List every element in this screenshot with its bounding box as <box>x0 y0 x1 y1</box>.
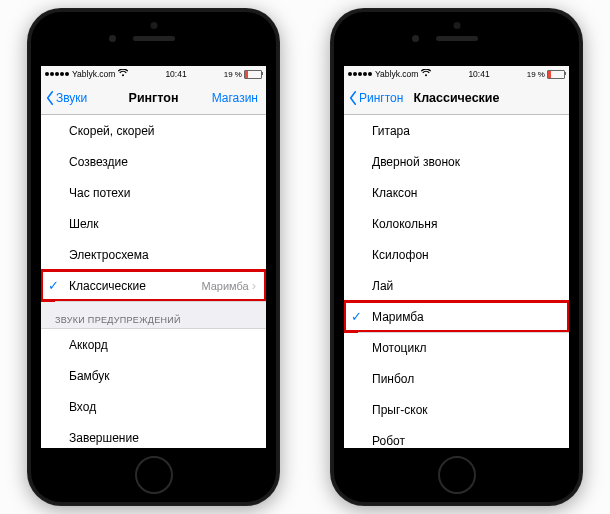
list-item[interactable]: Робот <box>344 425 569 448</box>
list-item-label: Аккорд <box>69 338 108 352</box>
checkmark-icon: ✓ <box>48 278 59 293</box>
list-item-label: Робот <box>372 434 405 448</box>
list-item-label: Колокольня <box>372 217 437 231</box>
screen-right: Yablyk.com 10:41 19 % Рингтон Классическ… <box>344 66 569 448</box>
list-item-label: Прыг-скок <box>372 403 428 417</box>
front-camera <box>412 35 419 42</box>
signal-dots-icon <box>348 72 372 76</box>
earpiece-speaker <box>436 36 478 41</box>
battery-icon <box>244 70 262 79</box>
status-bar: Yablyk.com 10:41 19 % <box>41 66 266 82</box>
back-label: Звуки <box>56 91 87 105</box>
list-item[interactable]: ✓КлассическиеМаримба› <box>41 270 266 301</box>
phone-left: Yablyk.com 10:41 19 % Звуки Рингтон Мага <box>27 8 280 506</box>
nav-bar: Рингтон Классические <box>344 82 569 115</box>
list-item[interactable]: Час потехи <box>41 177 266 208</box>
carrier-label: Yablyk.com <box>375 69 418 79</box>
list-item[interactable]: Созвездие <box>41 146 266 177</box>
chevron-left-icon <box>348 91 358 105</box>
back-label: Рингтон <box>359 91 403 105</box>
battery-icon <box>547 70 565 79</box>
list-item-label: Дверной звонок <box>372 155 460 169</box>
list-item-label: Электросхема <box>69 248 149 262</box>
list-item-label: Час потехи <box>69 186 130 200</box>
store-button[interactable]: Магазин <box>212 91 258 105</box>
list-item-label: Клаксон <box>372 186 418 200</box>
list-item[interactable]: Скорей, скорей <box>41 115 266 146</box>
list-item[interactable]: Шелк <box>41 208 266 239</box>
clock-label: 10:41 <box>468 69 489 79</box>
chevron-right-icon: › <box>252 279 256 292</box>
signal-dots-icon <box>45 72 69 76</box>
list-item-label: Лай <box>372 279 393 293</box>
list-item[interactable]: Вход <box>41 391 266 422</box>
list-item[interactable]: Дверной звонок <box>344 146 569 177</box>
nav-bar: Звуки Рингтон Магазин <box>41 82 266 115</box>
list-item-label: Завершение <box>69 431 139 445</box>
list-item[interactable]: Аккорд <box>41 329 266 360</box>
nav-title: Рингтон <box>129 91 179 105</box>
screen-left: Yablyk.com 10:41 19 % Звуки Рингтон Мага <box>41 66 266 448</box>
chevron-left-icon <box>45 91 55 105</box>
list-item[interactable]: Прыг-скок <box>344 394 569 425</box>
list-item-label: Вход <box>69 400 96 414</box>
clock-label: 10:41 <box>165 69 186 79</box>
list-item-label: Пинбол <box>372 372 414 386</box>
nav-title: Классические <box>414 91 500 105</box>
earpiece-speaker <box>133 36 175 41</box>
list-item-label: Классические <box>69 279 146 293</box>
list-item-label: Мотоцикл <box>372 341 427 355</box>
list-item-label: Шелк <box>69 217 99 231</box>
sensor <box>453 22 460 29</box>
list-item-detail: Маримба› <box>201 279 256 292</box>
list-item-label: Созвездие <box>69 155 128 169</box>
back-button[interactable]: Звуки <box>41 91 87 105</box>
home-button[interactable] <box>135 456 173 494</box>
section-header-alerts: ЗВУКИ ПРЕДУПРЕЖДЕНИЙ <box>41 301 266 329</box>
carrier-label: Yablyk.com <box>72 69 115 79</box>
classic-list[interactable]: ГитараДверной звонокКлаксонКолокольняКси… <box>344 115 569 448</box>
ringtone-list[interactable]: Скорей, скорейСозвездиеЧас потехиШелкЭле… <box>41 115 266 448</box>
list-item[interactable]: Лай <box>344 270 569 301</box>
back-button[interactable]: Рингтон <box>344 91 403 105</box>
status-bar: Yablyk.com 10:41 19 % <box>344 66 569 82</box>
list-item-label: Ксилофон <box>372 248 429 262</box>
list-item[interactable]: Мотоцикл <box>344 332 569 363</box>
sensor <box>150 22 157 29</box>
phone-right: Yablyk.com 10:41 19 % Рингтон Классическ… <box>330 8 583 506</box>
list-item-label: Гитара <box>372 124 410 138</box>
battery-percent: 19 % <box>527 70 545 79</box>
list-item[interactable]: Гитара <box>344 115 569 146</box>
list-item-label: Маримба <box>372 310 424 324</box>
home-button[interactable] <box>438 456 476 494</box>
list-item-label: Скорей, скорей <box>69 124 155 138</box>
list-item[interactable]: Колокольня <box>344 208 569 239</box>
wifi-icon <box>118 69 128 79</box>
list-item[interactable]: Электросхема <box>41 239 266 270</box>
list-item[interactable]: ✓Маримба <box>344 301 569 332</box>
battery-percent: 19 % <box>224 70 242 79</box>
list-item[interactable]: Бамбук <box>41 360 266 391</box>
list-item[interactable]: Завершение <box>41 422 266 448</box>
list-item[interactable]: Пинбол <box>344 363 569 394</box>
list-item[interactable]: Клаксон <box>344 177 569 208</box>
list-item-label: Бамбук <box>69 369 110 383</box>
wifi-icon <box>421 69 431 79</box>
list-item[interactable]: Ксилофон <box>344 239 569 270</box>
front-camera <box>109 35 116 42</box>
checkmark-icon: ✓ <box>351 309 362 324</box>
